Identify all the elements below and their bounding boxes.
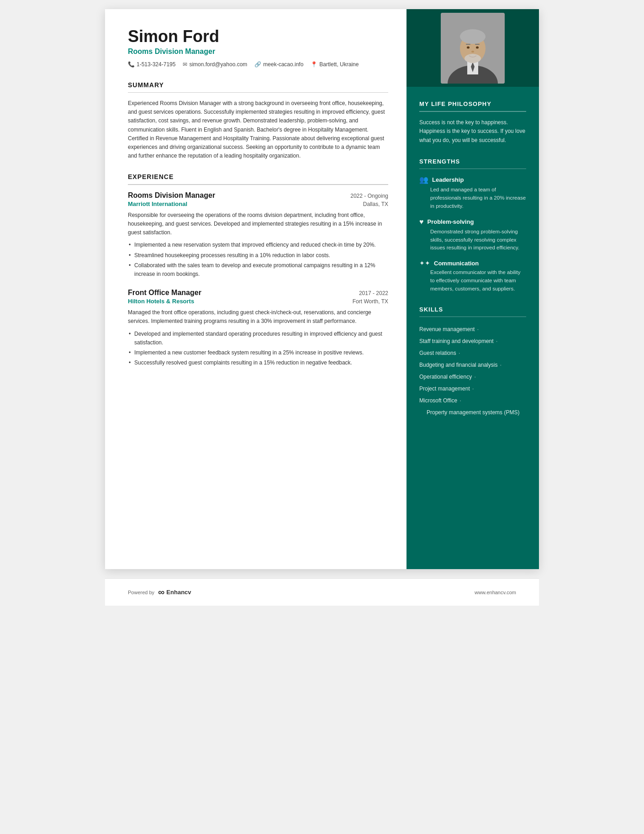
company-row-1: Marriott International Dallas, TX [128, 201, 388, 207]
job-title-2: Front Office Manager [128, 289, 201, 297]
summary-divider [128, 92, 388, 93]
job-desc-1: Responsible for overseeing the operation… [128, 211, 388, 238]
bullet-2-3: Successfully resolved guest complaints r… [128, 359, 388, 367]
location-text: Bartlett, Ukraine [319, 61, 359, 68]
philosophy-title: MY LIFE PHILOSOPHY [419, 100, 526, 107]
summary-section: SUMMARY Experienced Rooms Division Manag… [128, 81, 388, 161]
experience-title: EXPERIENCE [128, 173, 388, 180]
phone-number: 1-513-324-7195 [137, 61, 175, 68]
job-header-2: Front Office Manager 2017 - 2022 [128, 289, 388, 297]
phone-icon: 📞 [128, 61, 135, 68]
email-icon: ✉ [183, 61, 187, 68]
skill-3: Guest relations · [419, 347, 526, 359]
svg-point-10 [471, 51, 474, 53]
strength-desc-1: Led and managed a team of professionals … [419, 186, 526, 210]
job-entry-1: Rooms Division Manager 2022 - Ongoing Ma… [128, 191, 388, 279]
brand-name: Enhancv [166, 589, 191, 596]
phone-contact: 📞 1-513-324-7195 [128, 61, 175, 68]
enhancv-logo-icon: ∞ [158, 587, 164, 597]
job-bullets-1: Implemented a new reservation system tha… [128, 241, 388, 279]
summary-title: SUMMARY [128, 81, 388, 89]
job-dates-2: 2017 - 2022 [359, 290, 388, 296]
svg-point-5 [460, 29, 486, 44]
skills-divider [419, 317, 526, 317]
experience-divider [128, 184, 388, 185]
candidate-title: Rooms Division Manager [128, 48, 388, 56]
email-contact: ✉ simon.ford@yahoo.com [183, 61, 247, 68]
skills-title: SKILLS [419, 306, 526, 313]
skill-2: Staff training and development · [419, 335, 526, 347]
photo-container [406, 9, 539, 87]
right-column: MY LIFE PHILOSOPHY Success is not the ke… [406, 9, 539, 569]
bullet-1-2: Streamlined housekeeping processes resul… [128, 251, 388, 260]
job-desc-2: Managed the front office operations, inc… [128, 308, 388, 326]
bullet-2-1: Developed and implemented standard opera… [128, 330, 388, 347]
skill-5: Operational efficiency · [419, 371, 526, 383]
bullet-1-1: Implemented a new reservation system tha… [128, 241, 388, 249]
job-entry-2: Front Office Manager 2017 - 2022 Hilton … [128, 289, 388, 367]
contact-row: 📞 1-513-324-7195 ✉ simon.ford@yahoo.com … [128, 61, 388, 68]
footer: Powered by ∞ Enhancv www.enhancv.com [105, 578, 539, 606]
job-location-1: Dallas, TX [363, 201, 388, 207]
svg-point-6 [467, 46, 470, 48]
skill-8: Property management systems (PMS) [419, 406, 526, 418]
summary-text: Experienced Rooms Division Manager with … [128, 99, 388, 160]
footer-website: www.enhancv.com [475, 590, 516, 595]
skills-section: SKILLS Revenue management · Staff traini… [419, 306, 526, 419]
company-name-2: Hilton Hotels & Resorts [128, 298, 194, 305]
job-dates-1: 2022 - Ongoing [350, 193, 388, 199]
bullet-1-3: Collaborated with the sales team to deve… [128, 261, 388, 279]
strength-leadership: 👥 Leadership Led and managed a team of p… [419, 175, 526, 210]
link-icon: 🔗 [254, 61, 261, 68]
svg-rect-9 [475, 44, 480, 45]
skill-4: Budgeting and financial analysis · [419, 359, 526, 371]
strength-name-1: Leadership [432, 176, 464, 183]
job-location-2: Fort Worth, TX [353, 298, 388, 305]
job-bullets-2: Developed and implemented standard opera… [128, 330, 388, 368]
enhancv-logo: ∞ Enhancv [158, 587, 191, 597]
right-content: MY LIFE PHILOSOPHY Success is not the ke… [406, 87, 539, 569]
strength-name-3: Communication [434, 260, 479, 267]
website-url: meek-cacao.info [263, 61, 303, 68]
leadership-icon: 👥 [419, 175, 428, 184]
job-title-1: Rooms Division Manager [128, 191, 215, 200]
left-column: Simon Ford Rooms Division Manager 📞 1-51… [105, 9, 406, 569]
philosophy-section: MY LIFE PHILOSOPHY Success is not the ke… [419, 100, 526, 145]
philosophy-divider [419, 111, 526, 112]
company-row-2: Hilton Hotels & Resorts Fort Worth, TX [128, 298, 388, 305]
resume-container: Simon Ford Rooms Division Manager 📞 1-51… [105, 9, 539, 569]
strength-desc-3: Excellent communicator with the ability … [419, 269, 526, 293]
svg-point-11 [465, 54, 481, 63]
powered-by-text: Powered by [128, 590, 154, 595]
bullet-2-2: Implemented a new customer feedback syst… [128, 348, 388, 357]
strength-header-2: ♥ Problem-solving [419, 218, 526, 226]
strengths-section: STRENGTHS 👥 Leadership Led and managed a… [419, 158, 526, 293]
strength-problemsolving: ♥ Problem-solving Demonstrated strong pr… [419, 218, 526, 252]
svg-rect-8 [466, 44, 470, 45]
experience-section: EXPERIENCE Rooms Division Manager 2022 -… [128, 173, 388, 367]
strength-header-1: 👥 Leadership [419, 175, 526, 184]
location-icon: 📍 [311, 61, 317, 68]
strength-communication: ✦✦ Communication Excellent communicator … [419, 259, 526, 293]
location-contact: 📍 Bartlett, Ukraine [311, 61, 359, 68]
problemsolving-icon: ♥ [419, 218, 424, 226]
skill-1: Revenue management · [419, 323, 526, 335]
job-header-1: Rooms Division Manager 2022 - Ongoing [128, 191, 388, 200]
strength-header-3: ✦✦ Communication [419, 259, 526, 267]
communication-icon: ✦✦ [419, 259, 430, 267]
philosophy-text: Success is not the key to happiness. Hap… [419, 118, 526, 145]
svg-point-7 [476, 46, 479, 48]
footer-left: Powered by ∞ Enhancv [128, 587, 191, 597]
strength-desc-2: Demonstrated strong problem-solving skil… [419, 228, 526, 252]
email-address: simon.ford@yahoo.com [189, 61, 247, 68]
strengths-title: STRENGTHS [419, 158, 526, 165]
strength-name-2: Problem-solving [428, 218, 474, 225]
company-name-1: Marriott International [128, 201, 187, 207]
strengths-divider [419, 169, 526, 169]
website-contact: 🔗 meek-cacao.info [254, 61, 303, 68]
header-section: Simon Ford Rooms Division Manager 📞 1-51… [128, 27, 388, 68]
skill-7: Microsoft Office · [419, 395, 526, 406]
skill-6: Project management · [419, 383, 526, 395]
candidate-photo [441, 13, 505, 84]
candidate-name: Simon Ford [128, 27, 388, 46]
